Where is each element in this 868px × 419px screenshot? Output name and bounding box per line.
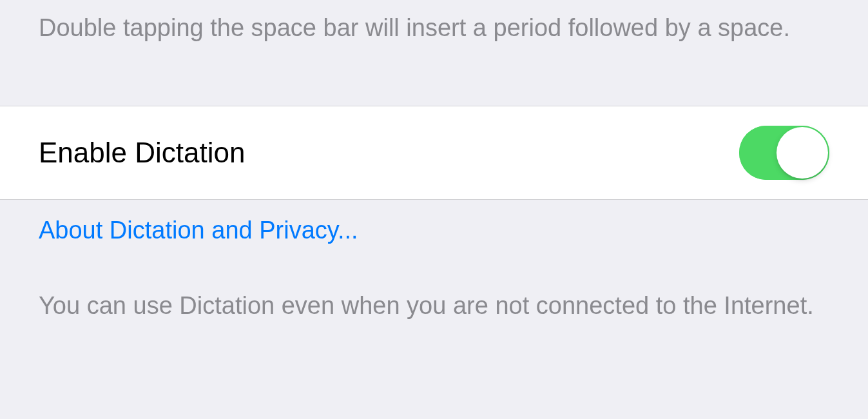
dictation-offline-note: You can use Dictation even when you are …: [0, 251, 868, 335]
dictation-label: Enable Dictation: [39, 137, 245, 169]
dictation-toggle[interactable]: [739, 126, 829, 180]
dictation-privacy-link[interactable]: About Dictation and Privacy...: [0, 200, 868, 251]
dictation-setting-row: Enable Dictation: [0, 106, 868, 200]
toggle-knob-icon: [776, 127, 828, 179]
shortcut-description: Double tapping the space bar will insert…: [0, 0, 868, 64]
